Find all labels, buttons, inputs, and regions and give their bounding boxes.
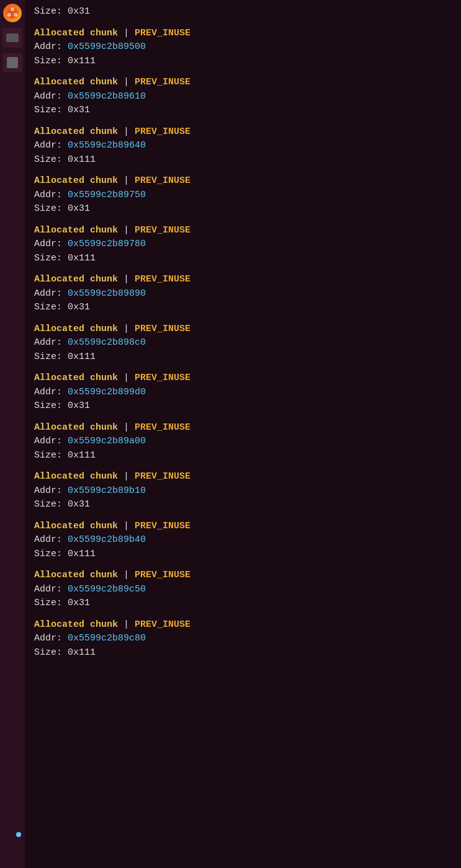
chunk-header-13: Allocated chunk | PREV_INUSE [34,618,455,632]
chunk-block-8: Allocated chunk | PREV_INUSE Addr: 0x559… [34,371,455,414]
chunk-header-5: Allocated chunk | PREV_INUSE [34,224,455,238]
chunk-addr-2: Addr: 0x5599c2b89610 [34,90,455,104]
chunk-addr-9: Addr: 0x5599c2b89a00 [34,435,455,449]
svg-point-5 [15,14,16,16]
terminal-window: Size: 0x31 Allocated chunk | PREV_INUSE … [0,0,461,868]
chunk-header-12: Allocated chunk | PREV_INUSE [34,569,455,583]
chunk-addr-13: Addr: 0x5599c2b89c80 [34,632,455,646]
chunk-header-7: Allocated chunk | PREV_INUSE [34,322,455,337]
chunk-size-11: Size: 0x111 [34,547,455,562]
chunk-size-9: Size: 0x111 [34,449,455,463]
chunk-header-9: Allocated chunk | PREV_INUSE [34,421,455,435]
chunk-size-10: Size: 0x31 [34,498,455,512]
chunk-block-3: Allocated chunk | PREV_INUSE Addr: 0x559… [34,125,455,167]
chunk-block-9: Allocated chunk | PREV_INUSE Addr: 0x559… [34,421,455,463]
chunk-addr-5: Addr: 0x5599c2b89780 [34,237,455,252]
ubuntu-logo-icon[interactable] [2,3,22,23]
chunk-addr-7: Addr: 0x5599c2b898c0 [34,336,455,350]
chunk-block-4: Allocated chunk | PREV_INUSE Addr: 0x559… [34,174,455,216]
chunk-block-7: Allocated chunk | PREV_INUSE Addr: 0x559… [34,322,455,365]
chunk-block-12: Allocated chunk | PREV_INUSE Addr: 0x559… [34,569,455,611]
chunk-block-6: Allocated chunk | PREV_INUSE Addr: 0x559… [34,273,455,315]
chunk-block-11: Allocated chunk | PREV_INUSE Addr: 0x559… [34,520,455,562]
chunk-size-3: Size: 0x111 [34,153,455,167]
chunk-size-line-0: Size: 0x31 [34,5,455,19]
chunk-addr-11: Addr: 0x5599c2b89b40 [34,533,455,547]
chunk-header-10: Allocated chunk | PREV_INUSE [34,470,455,484]
chunk-size-13: Size: 0x111 [34,646,455,660]
chunk-addr-3: Addr: 0x5599c2b89640 [34,139,455,153]
svg-point-6 [9,14,10,16]
chunk-addr-12: Addr: 0x5599c2b89c50 [34,583,455,597]
chunk-block-2: Allocated chunk | PREV_INUSE Addr: 0x559… [34,76,455,118]
chunk-size-7: Size: 0x111 [34,350,455,365]
chunk-size-4: Size: 0x31 [34,202,455,216]
chunk-block-13: Allocated chunk | PREV_INUSE Addr: 0x559… [34,618,455,660]
chunk-header-2: Allocated chunk | PREV_INUSE [34,76,455,90]
chunk-header-4: Allocated chunk | PREV_INUSE [34,174,455,188]
chunk-header-8: Allocated chunk | PREV_INUSE [34,371,455,386]
chunk-header-6: Allocated chunk | PREV_INUSE [34,273,455,287]
chunk-block-10: Allocated chunk | PREV_INUSE Addr: 0x559… [34,470,455,512]
sidebar [0,0,25,868]
svg-point-4 [12,9,13,10]
chunk-header-3: Allocated chunk | PREV_INUSE [34,125,455,140]
sidebar-app-icon-1[interactable] [2,28,22,48]
chunk-addr-6: Addr: 0x5599c2b89890 [34,287,455,301]
chunk-size-5: Size: 0x111 [34,252,455,266]
sidebar-app-icon-2[interactable] [2,53,22,73]
chunk-size-8: Size: 0x31 [34,399,455,414]
chunk-block-5: Allocated chunk | PREV_INUSE Addr: 0x559… [34,224,455,266]
chunk-addr-4: Addr: 0x5599c2b89750 [34,188,455,203]
terminal-content: Size: 0x31 Allocated chunk | PREV_INUSE … [28,0,461,672]
chunk-header-11: Allocated chunk | PREV_INUSE [34,520,455,534]
chunk-size-2: Size: 0x31 [34,104,455,118]
chunk-addr-1: Addr: 0x5599c2b89500 [34,40,455,55]
chunk-addr-10: Addr: 0x5599c2b89b10 [34,484,455,498]
chunk-size-12: Size: 0x31 [34,596,455,611]
chunk-size-6: Size: 0x31 [34,301,455,315]
chunk-header-1: Allocated chunk | PREV_INUSE [34,27,455,41]
chunk-size-1: Size: 0x111 [34,55,455,69]
chunk-block-1: Allocated chunk | PREV_INUSE Addr: 0x559… [34,27,455,69]
chunk-addr-8: Addr: 0x5599c2b899d0 [34,386,455,400]
chunk-block-0: Size: 0x31 [34,5,455,19]
bottom-indicator [16,832,21,837]
